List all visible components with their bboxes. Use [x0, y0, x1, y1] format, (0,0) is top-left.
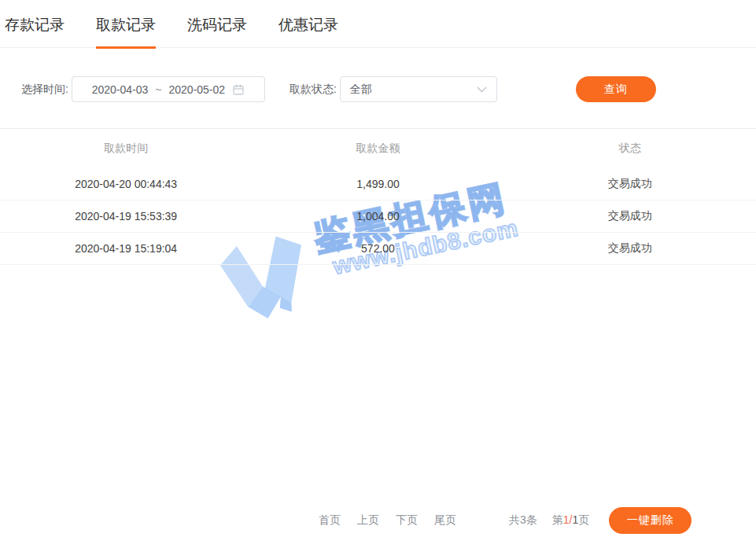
tab-rebate-records[interactable]: 洗码记录 [187, 16, 247, 47]
chevron-down-icon [477, 86, 487, 93]
tab-bar: 存款记录 取款记录 洗码记录 优惠记录 [0, 0, 756, 48]
date-range-input[interactable]: 2020-04-03 ~ 2020-05-02 [72, 76, 265, 102]
tab-withdrawal-records[interactable]: 取款记录 [96, 16, 156, 49]
pagination-page-indicator: 第1/1页 [552, 513, 589, 528]
query-button[interactable]: 查询 [576, 76, 656, 102]
cell-withdraw-time: 2020-04-19 15:19:04 [0, 233, 252, 265]
cell-withdraw-amount: 1,004.00 [252, 200, 503, 233]
page-prefix: 第 [552, 513, 563, 526]
table-row: 2020-04-20 00:44:43 1,499.00 交易成功 [0, 168, 756, 200]
withdrawal-records-table: 取款时间 取款金额 状态 2020-04-20 00:44:43 1,499.0… [0, 128, 756, 265]
status-filter-label: 取款状态: [289, 83, 337, 97]
cell-withdraw-time: 2020-04-20 00:44:43 [0, 168, 252, 200]
header-withdraw-time: 取款时间 [0, 129, 252, 168]
header-withdraw-amount: 取款金额 [252, 129, 503, 168]
cell-withdraw-time: 2020-04-19 15:53:39 [0, 200, 252, 233]
pagination-total-count: 共3条 [509, 513, 537, 528]
cell-status: 交易成功 [504, 168, 756, 200]
cell-status: 交易成功 [504, 233, 756, 265]
status-select-value: 全部 [350, 83, 372, 97]
pagination-last[interactable]: 尾页 [434, 513, 456, 528]
date-end-value: 2020-05-02 [168, 83, 225, 96]
table-row: 2020-04-19 15:19:04 572.00 交易成功 [0, 233, 756, 265]
pagination-next[interactable]: 下页 [396, 513, 418, 528]
calendar-icon [232, 83, 245, 96]
tab-deposit-records[interactable]: 存款记录 [5, 16, 65, 47]
pagination-prev[interactable]: 上页 [357, 513, 379, 528]
pagination-first[interactable]: 首页 [319, 513, 341, 528]
date-start-value: 2020-04-03 [92, 83, 149, 96]
table-header-row: 取款时间 取款金额 状态 [0, 129, 756, 168]
page-suffix: 页 [578, 513, 589, 526]
time-filter-label: 选择时间: [21, 83, 68, 97]
cell-status: 交易成功 [504, 200, 756, 233]
tab-promo-records[interactable]: 优惠记录 [278, 16, 338, 47]
status-select[interactable]: 全部 [340, 76, 497, 102]
date-separator: ~ [155, 83, 161, 96]
cell-withdraw-amount: 572.00 [252, 233, 503, 265]
delete-all-button[interactable]: 一键删除 [609, 507, 691, 534]
table-row: 2020-04-19 15:53:39 1,004.00 交易成功 [0, 200, 756, 233]
cell-withdraw-amount: 1,499.00 [252, 168, 503, 200]
header-status: 状态 [504, 129, 756, 168]
current-page-number: 1 [563, 513, 570, 526]
withdrawal-records-page: 存款记录 取款记录 洗码记录 优惠记录 选择时间: 2020-04-03 ~ 2… [0, 0, 756, 548]
pagination-bar: 首页 上页 下页 尾页 共3条 第1/1页 一键删除 [319, 506, 691, 534]
filter-row: 选择时间: 2020-04-03 ~ 2020-05-02 取款状态: 全部 [21, 76, 756, 102]
